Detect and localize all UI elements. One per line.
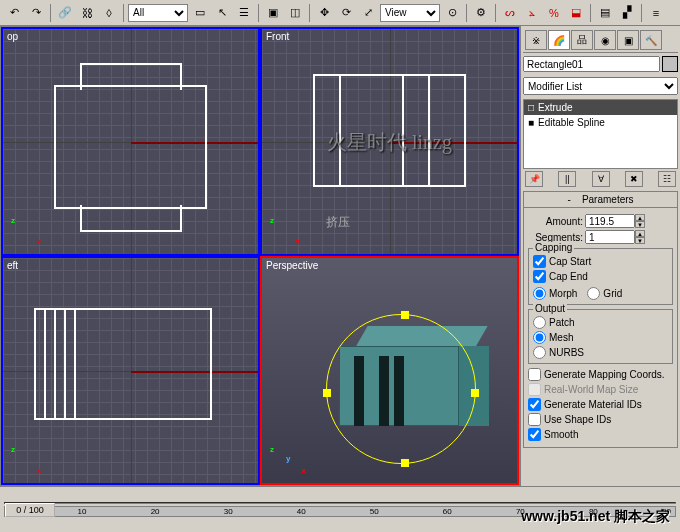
select-name-icon[interactable]: ☰ — [234, 3, 254, 23]
spinner-up-icon[interactable]: ▲ — [635, 230, 645, 237]
selection-filter[interactable]: All — [128, 4, 188, 22]
create-tab-icon[interactable]: ※ — [525, 30, 547, 50]
mirror-icon[interactable]: ▞ — [617, 3, 637, 23]
snap-icon[interactable]: ᔕ — [500, 3, 520, 23]
undo-icon[interactable]: ↶ — [4, 3, 24, 23]
use-shape-ids-checkbox[interactable] — [528, 413, 541, 426]
move-icon[interactable]: ✥ — [314, 3, 334, 23]
segments-label: Segments: — [528, 232, 583, 243]
time-slider-thumb[interactable]: 0 / 100 — [5, 503, 55, 517]
ref-coord-system[interactable]: View — [380, 4, 440, 22]
angle-snap-icon[interactable]: ⦛ — [522, 3, 542, 23]
spinner-snap-icon[interactable]: ⬓ — [566, 3, 586, 23]
parameters-rollout: Amount: ▲▼ Segments: ▲▼ Capping Cap Star… — [523, 208, 678, 448]
bind-icon[interactable]: ◊ — [99, 3, 119, 23]
show-end-result-icon[interactable]: || — [558, 171, 576, 187]
modifier-item[interactable]: □ Extrude — [524, 100, 677, 115]
rotation-gizmo-icon[interactable] — [326, 314, 476, 464]
viewport-grid: op zx Front 火星时代 linzg 挤压 zx eft — [0, 26, 520, 486]
axis-gizmo-icon: zx — [270, 216, 300, 246]
scale-icon[interactable]: ⤢ — [358, 3, 378, 23]
patch-radio[interactable] — [533, 316, 546, 329]
time-slider[interactable]: 0 / 100 — [4, 502, 676, 504]
real-world-checkbox — [528, 383, 541, 396]
time-ruler[interactable]: 0 10 20 30 40 50 60 70 80 90 — [4, 506, 676, 517]
viewport-label: op — [7, 31, 18, 42]
make-unique-icon[interactable]: ∀ — [592, 171, 610, 187]
modify-tab-icon[interactable]: 🌈 — [548, 30, 570, 50]
segments-field[interactable] — [585, 230, 635, 244]
cap-start-checkbox[interactable] — [533, 255, 546, 268]
modifier-item[interactable]: ■ Editable Spline — [524, 115, 677, 130]
morph-radio[interactable] — [533, 287, 546, 300]
spinner-down-icon[interactable]: ▼ — [635, 221, 645, 228]
select-icon[interactable]: ▭ — [190, 3, 210, 23]
capping-group: Capping Cap Start Cap End Morph Grid — [528, 248, 673, 305]
align-icon[interactable]: ≡ — [646, 3, 666, 23]
redo-icon[interactable]: ↷ — [26, 3, 46, 23]
spinner-up-icon[interactable]: ▲ — [635, 214, 645, 221]
viewport-left[interactable]: eft zx — [1, 256, 260, 485]
motion-tab-icon[interactable]: ◉ — [594, 30, 616, 50]
utilities-tab-icon[interactable]: 🔨 — [640, 30, 662, 50]
smooth-checkbox[interactable] — [528, 428, 541, 441]
viewport-top[interactable]: op zx — [1, 27, 260, 256]
pivot-icon[interactable]: ⊙ — [442, 3, 462, 23]
modifier-stack[interactable]: □ Extrude ■ Editable Spline — [523, 99, 678, 169]
axis-gizmo-icon: zx — [11, 445, 41, 475]
command-panel: ※ 🌈 品 ◉ ▣ 🔨 Modifier List □ Extrude ■ Ed… — [520, 26, 680, 486]
hierarchy-tab-icon[interactable]: 品 — [571, 30, 593, 50]
link-icon[interactable]: 🔗 — [55, 3, 75, 23]
object-name-field[interactable] — [523, 56, 660, 72]
expand-icon[interactable]: □ — [528, 102, 534, 113]
annotation-text: 挤压 — [326, 214, 350, 231]
command-panel-tabs: ※ 🌈 品 ◉ ▣ 🔨 — [523, 28, 678, 53]
gen-mapping-checkbox[interactable] — [528, 368, 541, 381]
percent-snap-icon[interactable]: % — [544, 3, 564, 23]
rollout-header[interactable]: - Parameters — [523, 191, 678, 208]
region-rect-icon[interactable]: ▣ — [263, 3, 283, 23]
axis-gizmo-icon: zx — [11, 216, 41, 246]
object-color-swatch[interactable] — [662, 56, 678, 72]
nurbs-radio[interactable] — [533, 346, 546, 359]
cursor-icon[interactable]: ↖ — [212, 3, 232, 23]
rotate-icon[interactable]: ⟳ — [336, 3, 356, 23]
manipulate-icon[interactable]: ⚙ — [471, 3, 491, 23]
modifier-list-dropdown[interactable]: Modifier List — [523, 77, 678, 95]
timeline-area: 0 / 100 0 10 20 30 40 50 60 70 80 90 — [0, 486, 680, 532]
mesh-radio[interactable] — [533, 331, 546, 344]
amount-label: Amount: — [528, 216, 583, 227]
viewport-front[interactable]: Front 火星时代 linzg 挤压 zx — [260, 27, 519, 256]
amount-field[interactable] — [585, 214, 635, 228]
cap-end-checkbox[interactable] — [533, 270, 546, 283]
spinner-down-icon[interactable]: ▼ — [635, 237, 645, 244]
display-tab-icon[interactable]: ▣ — [617, 30, 639, 50]
remove-modifier-icon[interactable]: ✖ — [625, 171, 643, 187]
viewport-label: eft — [7, 260, 18, 271]
output-group: Output Patch Mesh NURBS — [528, 309, 673, 364]
main-toolbar: ↶ ↷ 🔗 ⛓ ◊ All ▭ ↖ ☰ ▣ ◫ ✥ ⟳ ⤢ View ⊙ ⚙ ᔕ… — [0, 0, 680, 26]
viewport-label: Perspective — [266, 260, 318, 271]
modifier-stack-toolbar: 📌 || ∀ ✖ ☷ — [523, 171, 678, 187]
expand-icon[interactable]: ■ — [528, 117, 534, 128]
configure-sets-icon[interactable]: ☷ — [658, 171, 676, 187]
grid-radio[interactable] — [587, 287, 600, 300]
viewport-perspective[interactable]: Perspective zxy — [260, 256, 519, 485]
unlink-icon[interactable]: ⛓ — [77, 3, 97, 23]
gen-material-checkbox[interactable] — [528, 398, 541, 411]
window-crossing-icon[interactable]: ◫ — [285, 3, 305, 23]
viewport-label: Front — [266, 31, 289, 42]
pin-stack-icon[interactable]: 📌 — [525, 171, 543, 187]
named-sel-icon[interactable]: ▤ — [595, 3, 615, 23]
axis-gizmo-icon: zxy — [270, 445, 300, 475]
